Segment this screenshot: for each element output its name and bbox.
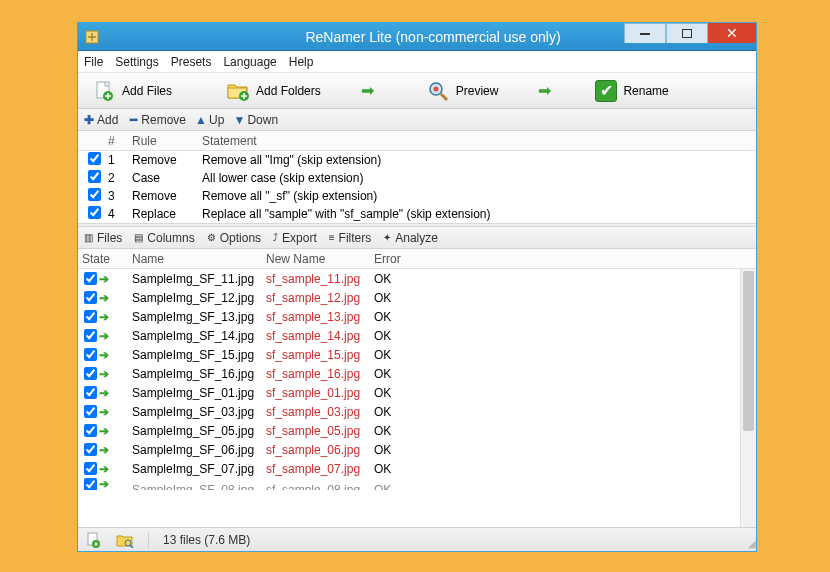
status-file-add-icon[interactable] [84,531,102,549]
file-state[interactable]: ➔ [78,329,128,343]
file-checkbox[interactable] [84,386,97,399]
file-checkbox[interactable] [84,329,97,342]
arrow-right-icon: ➔ [99,462,109,476]
rule-row[interactable]: 1RemoveRemove all "Img" (skip extension) [78,151,756,169]
columns-btn[interactable]: ▤Columns [134,231,194,245]
rule-checkbox[interactable] [78,152,104,168]
rule-type: Replace [128,207,198,221]
scrollbar-thumb[interactable] [743,271,754,431]
rule-type: Remove [128,153,198,167]
rule-checkbox[interactable] [78,206,104,222]
arrow-right-icon: ➔ [99,478,109,490]
file-state[interactable]: ➔ [78,291,128,305]
files-col-error[interactable]: Error [370,252,430,266]
close-button[interactable]: ✕ [708,23,756,43]
analyze-btn[interactable]: ✦Analyze [383,231,438,245]
file-row[interactable]: ➔SampleImg_SF_11.jpgsf_sample_11.jpgOK [78,269,756,288]
file-checkbox[interactable] [84,310,97,323]
file-name: SampleImg_SF_01.jpg [128,386,262,400]
file-checkbox[interactable] [84,424,97,437]
window-buttons: ✕ [624,23,756,43]
files-col-state[interactable]: State [78,252,128,266]
preview-button[interactable]: Preview [420,77,505,105]
rule-row[interactable]: 2CaseAll lower case (skip extension) [78,169,756,187]
filter-icon: ≡ [329,232,335,243]
rule-type: Case [128,171,198,185]
file-new-name: sf_sample_15.jpg [262,348,370,362]
file-error: OK [370,443,430,457]
file-row[interactable]: ➔SampleImg_SF_14.jpgsf_sample_14.jpgOK [78,326,756,345]
file-state[interactable]: ➔ [78,443,128,457]
file-checkbox[interactable] [84,478,97,490]
file-state[interactable]: ➔ [78,478,128,490]
menu-bar: File Settings Presets Language Help [78,51,756,73]
file-checkbox[interactable] [84,367,97,380]
status-folder-search-icon[interactable] [116,531,134,549]
rule-checkbox[interactable] [78,188,104,204]
rule-add-button[interactable]: ✚Add [84,113,118,127]
file-state[interactable]: ➔ [78,424,128,438]
file-state[interactable]: ➔ [78,386,128,400]
menu-file[interactable]: File [84,55,103,69]
file-state[interactable]: ➔ [78,310,128,324]
rules-col-statement[interactable]: Statement [198,134,756,148]
file-name: SampleImg_SF_12.jpg [128,291,262,305]
export-btn[interactable]: ⤴Export [273,231,317,245]
arrow-right-icon: ➔ [99,348,109,362]
file-row[interactable]: ➔SampleImg_SF_13.jpgsf_sample_13.jpgOK [78,307,756,326]
menu-help[interactable]: Help [289,55,314,69]
file-row[interactable]: ➔SampleImg_SF_12.jpgsf_sample_12.jpgOK [78,288,756,307]
vertical-scrollbar[interactable] [740,269,756,527]
rule-row[interactable]: 3RemoveRemove all "_sf" (skip extension) [78,187,756,205]
options-btn[interactable]: ⚙Options [207,231,261,245]
magnifier-icon [426,79,450,103]
file-state[interactable]: ➔ [78,348,128,362]
files-col-name[interactable]: Name [128,252,262,266]
minimize-button[interactable] [624,23,666,43]
menu-language[interactable]: Language [223,55,276,69]
files-col-newname[interactable]: New Name [262,252,370,266]
rules-list: 1RemoveRemove all "Img" (skip extension)… [78,151,756,223]
file-row[interactable]: ➔SampleImg_SF_08.jpgsf_sample_08.jpgOK [78,478,756,490]
maximize-button[interactable] [666,23,708,43]
filters-btn[interactable]: ≡Filters [329,231,372,245]
add-files-button[interactable]: Add Files [86,77,178,105]
file-row[interactable]: ➔SampleImg_SF_16.jpgsf_sample_16.jpgOK [78,364,756,383]
menu-presets[interactable]: Presets [171,55,212,69]
files-btn[interactable]: ▥Files [84,231,122,245]
analyze-icon: ✦ [383,232,391,243]
add-folders-button[interactable]: Add Folders [220,77,327,105]
file-row[interactable]: ➔SampleImg_SF_06.jpgsf_sample_06.jpgOK [78,440,756,459]
rules-col-rule[interactable]: Rule [128,134,198,148]
file-checkbox[interactable] [84,348,97,361]
rule-up-button[interactable]: ▲Up [196,113,224,127]
rule-checkbox[interactable] [78,170,104,186]
file-row[interactable]: ➔SampleImg_SF_07.jpgsf_sample_07.jpgOK [78,459,756,478]
file-checkbox[interactable] [84,291,97,304]
rule-number: 4 [104,207,128,221]
rule-down-button[interactable]: ▼Down [234,113,278,127]
file-state[interactable]: ➔ [78,367,128,381]
file-state[interactable]: ➔ [78,462,128,476]
arrow-right-icon: ➔ [99,310,109,324]
file-checkbox[interactable] [84,443,97,456]
rules-col-num[interactable]: # [104,134,128,148]
file-checkbox[interactable] [84,462,97,475]
file-checkbox[interactable] [84,272,97,285]
file-name: SampleImg_SF_13.jpg [128,310,262,324]
file-row[interactable]: ➔SampleImg_SF_15.jpgsf_sample_15.jpgOK [78,345,756,364]
resize-grip[interactable]: ◢ [748,538,753,549]
file-state[interactable]: ➔ [78,405,128,419]
export-icon: ⤴ [273,232,278,243]
file-row[interactable]: ➔SampleImg_SF_01.jpgsf_sample_01.jpgOK [78,383,756,402]
file-row[interactable]: ➔SampleImg_SF_05.jpgsf_sample_05.jpgOK [78,421,756,440]
menu-settings[interactable]: Settings [115,55,158,69]
rename-button[interactable]: ✔ Rename [589,78,674,104]
file-checkbox[interactable] [84,405,97,418]
files-pane-icon: ▥ [84,232,93,243]
file-name: SampleImg_SF_05.jpg [128,424,262,438]
rule-remove-button[interactable]: ━Remove [128,113,186,127]
rule-row[interactable]: 4ReplaceReplace all "sample" with "sf_sa… [78,205,756,223]
file-state[interactable]: ➔ [78,272,128,286]
file-row[interactable]: ➔SampleImg_SF_03.jpgsf_sample_03.jpgOK [78,402,756,421]
